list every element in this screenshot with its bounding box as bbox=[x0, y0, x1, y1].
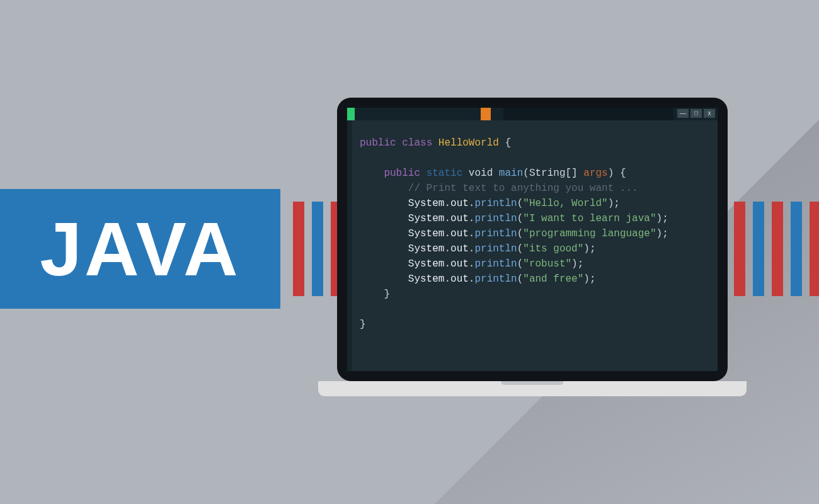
keyword-class: class bbox=[402, 137, 432, 149]
string-literal: "I want to learn java" bbox=[523, 213, 656, 224]
stripe bbox=[810, 202, 819, 296]
function-println: println bbox=[474, 258, 517, 270]
stripes-left bbox=[293, 202, 342, 296]
titlebar-accent bbox=[347, 108, 355, 120]
class-name: HelloWorld bbox=[438, 137, 499, 149]
stripes-right bbox=[734, 202, 819, 296]
laptop-notch bbox=[501, 381, 564, 385]
string-literal: "robust" bbox=[523, 258, 571, 270]
function-println: println bbox=[474, 228, 517, 239]
java-banner-title: JAVA bbox=[40, 205, 240, 292]
stripe bbox=[312, 202, 323, 296]
laptop: — □ x public class HelloWorld { public s… bbox=[337, 98, 740, 381]
code-area: public class HelloWorld { public static … bbox=[352, 120, 718, 371]
stripe bbox=[791, 202, 802, 296]
function-println: println bbox=[474, 273, 517, 285]
stripe bbox=[293, 202, 304, 296]
stripe bbox=[753, 202, 764, 296]
string-literal: "Hello, World" bbox=[523, 198, 607, 209]
keyword-public: public bbox=[384, 168, 420, 179]
type-string-array: String[] bbox=[529, 168, 578, 179]
function-println: println bbox=[474, 213, 517, 224]
maximize-button[interactable]: □ bbox=[690, 109, 702, 118]
titlebar-tab-indicator bbox=[481, 108, 491, 120]
arg-args: args bbox=[583, 168, 607, 179]
string-literal: "programming language" bbox=[523, 228, 656, 239]
editor-window: — □ x public class HelloWorld { public s… bbox=[347, 108, 718, 371]
function-main: main bbox=[499, 168, 523, 179]
editor-body: public class HelloWorld { public static … bbox=[347, 120, 718, 371]
laptop-body: — □ x public class HelloWorld { public s… bbox=[337, 98, 728, 381]
window-buttons: — □ x bbox=[677, 109, 715, 118]
editor-gutter bbox=[347, 120, 352, 371]
titlebar-spacer bbox=[503, 108, 673, 120]
string-literal: "its good" bbox=[523, 243, 583, 255]
java-banner: JAVA bbox=[0, 189, 280, 309]
stripe bbox=[772, 202, 783, 296]
keyword-void: void bbox=[469, 168, 493, 179]
code-comment: // Print text to anything you want ... bbox=[408, 183, 638, 194]
window-titlebar: — □ x bbox=[347, 108, 718, 120]
laptop-base bbox=[318, 381, 747, 396]
function-println: println bbox=[474, 243, 517, 255]
keyword-static: static bbox=[427, 168, 463, 179]
minimize-button[interactable]: — bbox=[677, 109, 689, 118]
function-println: println bbox=[474, 198, 517, 209]
close-button[interactable]: x bbox=[704, 109, 715, 118]
keyword-public: public bbox=[360, 137, 396, 149]
string-literal: "and free" bbox=[523, 273, 583, 285]
